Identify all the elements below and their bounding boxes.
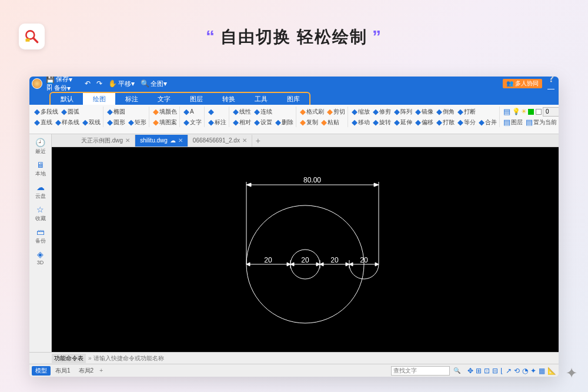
layer-color-swatch-2[interactable] [536,109,542,115]
status-icon-8[interactable]: ✦ [530,367,536,375]
menu-tab-图库[interactable]: 图库 [277,93,309,105]
rb-多段线[interactable]: ◆多段线 [33,107,59,117]
close-icon[interactable]: ✕ [178,137,183,144]
layer-color-swatch[interactable] [528,109,534,115]
rb-样条线[interactable]: ◆样条线 [54,117,81,127]
menu-tab-绘图[interactable]: 绘图 [83,93,115,105]
rb-倒角[interactable]: ◆倒角 [435,107,456,117]
find-text-input[interactable] [391,366,450,376]
status-icon-6[interactable]: ⟲ [514,367,520,375]
menu-tab-文字[interactable]: 文字 [148,93,180,105]
rb-剪切[interactable]: ◆剪切 [326,107,346,117]
rb-填颜色[interactable]: ◆填颜色 [152,107,178,117]
rb-A[interactable]: ◆A [182,107,195,117]
tb-保存[interactable]: 💾保存 ▾ [46,77,80,84]
dim-mid-0: 20 [264,256,272,264]
undo-button[interactable]: ↶ [85,79,92,88]
layer-select[interactable]: 0 [543,107,559,117]
rb-圆形[interactable]: ◆圆形 [106,117,126,127]
status-icon-5[interactable]: ↗ [506,367,512,375]
menu-tab-标注[interactable]: 标注 [115,93,148,105]
menubar: 默认绘图标注文字图层转换工具图库 [29,91,559,105]
status-bar: 模型布局1布局2 + 🔍 ✥⊞⊡⊟⌊↗⟲◔✦▦📐 [29,364,559,377]
status-icon-4[interactable]: ⌊ [500,367,503,375]
menu-tab-默认[interactable]: 默认 [51,93,83,105]
rb-圆弧[interactable]: ◆圆弧 [60,107,81,117]
ribbon: ◆多段线◆圆弧◆直线◆样条线◆双线 ◆椭圆◆圆形◆矩形 ◆填颜色◆填图案 ◆A◆… [29,105,559,134]
file-tab[interactable]: shilitu.dwg☁✕ [135,135,188,147]
rb-格式刷[interactable]: ◆格式刷 [299,107,325,117]
rb-双线[interactable]: ◆双线 [81,117,102,127]
rb-延伸[interactable]: ◆延伸 [393,117,413,127]
dim-mid-1: 20 [301,256,309,264]
rb-x[interactable]: ◆ [207,107,216,117]
nav-3D[interactable]: ◈3D [37,250,44,265]
rb-填图案[interactable]: ◆填图案 [152,117,178,127]
rb-线性[interactable]: ◆线性 [232,107,252,117]
nav-备份[interactable]: 🗃备份 [35,227,46,245]
rb-缩放[interactable]: ◆缩放 [350,107,371,117]
status-icon-2[interactable]: ⊡ [484,367,490,375]
rb-合并[interactable]: ◆合并 [477,117,498,127]
rb-删除[interactable]: ◆删除 [274,117,295,127]
rb-直线[interactable]: ◆直线 [33,117,54,127]
rb-阵列[interactable]: ◆阵列 [393,107,413,117]
dim-mid-2: 20 [330,256,339,264]
rb-相对[interactable]: ◆相对 [232,117,252,127]
nav-本地[interactable]: 🖥本地 [35,160,46,178]
menu-tab-图层[interactable]: 图层 [180,93,212,105]
add-tab-button[interactable]: + [252,136,264,145]
rb-复制[interactable]: ◆复制 [299,117,319,127]
menu-tab-转换[interactable]: 转换 [212,93,245,105]
command-input[interactable] [92,354,559,362]
status-icon-0[interactable]: ✥ [467,367,473,375]
rb-设置[interactable]: ◆设置 [253,117,273,127]
promo-title: “自由切换 轻松绘制” [0,26,588,48]
layer-panel-icon[interactable]: ▤ [502,107,512,117]
file-tab[interactable]: 0668456691_2.dx✕ [188,135,252,147]
status-icon-10[interactable]: 📐 [547,367,556,375]
menu-tab-工具[interactable]: 工具 [245,93,277,105]
rb-矩形[interactable]: ◆矩形 [127,117,148,127]
rb-粘贴[interactable]: ◆粘贴 [320,117,340,127]
rb-椭圆[interactable]: ◆椭圆 [106,107,126,117]
layout-tab-布局1[interactable]: 布局1 [52,366,74,376]
layout-tab-布局2[interactable]: 布局2 [75,366,98,376]
rb-移动[interactable]: ◆移动 [350,117,371,127]
file-tabs: 天正示例图.dwg✕shilitu.dwg☁✕0668456691_2.dx✕ … [29,134,559,147]
drawing-canvas[interactable]: 80.00 20 20 20 20 [52,147,559,352]
status-icon-1[interactable]: ⊞ [476,367,482,375]
layout-tab-模型[interactable]: 模型 [32,366,51,376]
rb-偏移[interactable]: ◆偏移 [414,117,435,127]
rb-旋转[interactable]: ◆旋转 [372,117,392,127]
add-layout-button[interactable]: + [97,367,105,374]
nav-收藏[interactable]: ☆收藏 [35,205,46,222]
avatar[interactable] [32,78,42,89]
nav-最近[interactable]: 🕘最近 [35,138,46,155]
pan-button[interactable]: ✋平移 ▾ [108,79,136,88]
status-icon-9[interactable]: ▦ [539,367,545,375]
rb-标注[interactable]: ◆标注 [207,117,228,127]
rb-镜像[interactable]: ◆镜像 [414,107,435,117]
close-icon[interactable]: ✕ [242,137,247,144]
rb-修剪[interactable]: ◆修剪 [372,107,392,117]
search-icon[interactable]: 🔍 [453,367,460,374]
rb-文字[interactable]: ◆文字 [182,117,203,127]
rb-等分[interactable]: ◆等分 [456,117,477,127]
status-icon-3[interactable]: ⊟ [492,367,498,375]
rb-打散[interactable]: ◆打散 [435,117,456,127]
close-icon[interactable]: ✕ [125,137,130,144]
main-area: 🕘最近🖥本地☁云盘☆收藏🗃备份◈3D [29,147,559,352]
fullview-button[interactable]: 🔍全图 ▾ [141,79,168,88]
rb-图层[interactable]: ▤图层 [502,117,524,127]
layer-sun-icon: ☀ [521,108,527,115]
file-tab[interactable]: 天正示例图.dwg✕ [76,135,135,147]
rb-打断[interactable]: ◆打断 [456,107,477,117]
nav-云盘[interactable]: ☁云盘 [35,182,46,200]
redo-button[interactable]: ↷ [96,79,103,88]
rb-连续[interactable]: ◆连续 [253,107,273,117]
rb-置为当前[interactable]: ▤置为当前 [524,117,558,127]
window-btn-2[interactable]: ❔ [546,77,556,84]
collab-button[interactable]: 👥 多人协同 [503,79,542,88]
status-icon-7[interactable]: ◔ [522,367,528,375]
